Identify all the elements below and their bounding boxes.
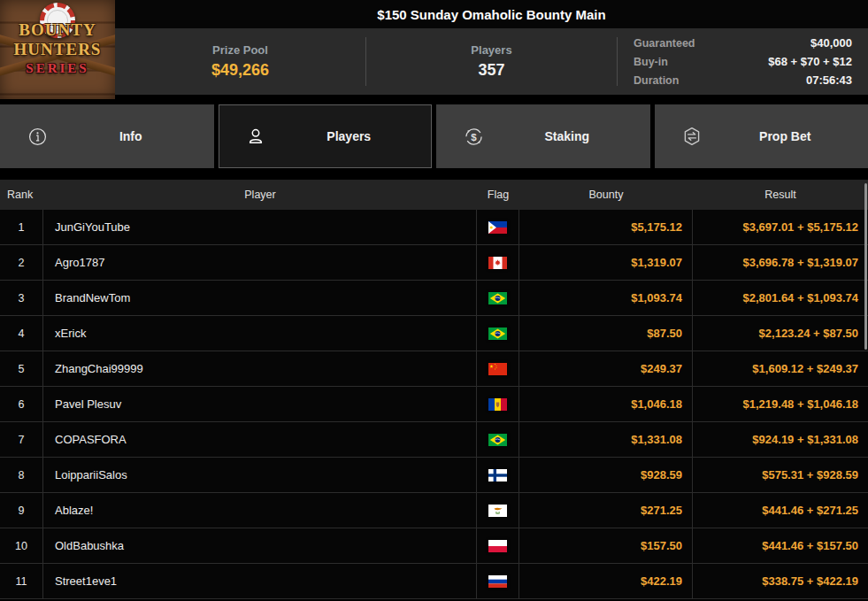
table-scrollbar-thumb[interactable] xyxy=(864,183,867,350)
column-header-bounty: Bounty xyxy=(519,189,693,201)
result-value: $3,696.78 + $1,319.07 xyxy=(693,245,868,280)
flag-cell xyxy=(477,210,519,244)
bounty-value: $1,331.08 xyxy=(519,422,693,457)
tab-staking-label: Staking xyxy=(484,129,650,143)
rank-cell: 10 xyxy=(0,528,43,563)
buyin-value: $68 + $70 + $12 xyxy=(768,54,852,70)
tournament-details: Guaranteed $40,000 Buy-in $68 + $70 + $1… xyxy=(618,28,868,95)
tab-staking[interactable]: $ Staking xyxy=(436,104,650,168)
player-name: Agro1787 xyxy=(43,245,477,280)
bounty-value: $157.50 xyxy=(519,528,693,563)
table-row[interactable]: 5ZhangChai99999$249.37$1,609.12 + $249.3… xyxy=(0,351,868,387)
flag-icon-br xyxy=(488,434,507,446)
bounty-value: $928.59 xyxy=(519,458,693,492)
tab-propbet-label: Prop Bet xyxy=(703,129,868,143)
player-name: LoippariiSalos xyxy=(43,458,477,492)
rank-cell: 1 xyxy=(0,210,43,244)
table-row[interactable]: 9Ablaze!$271.25$441.46 + $271.25 xyxy=(0,493,868,528)
rank-cell: 4 xyxy=(0,316,43,351)
table-row[interactable]: 2Agro1787$1,319.07$3,696.78 + $1,319.07 xyxy=(0,245,868,281)
table-row[interactable]: 11Street1eve1$422.19$338.75 + $422.19 xyxy=(0,564,868,599)
tab-players[interactable]: Players xyxy=(219,104,433,168)
bounty-value: $249.37 xyxy=(519,351,693,386)
tab-propbet[interactable]: Prop Bet xyxy=(655,104,868,168)
table-row[interactable]: 7COPASFORA$1,331.08$924.19 + $1,331.08 xyxy=(0,422,868,458)
tab-info[interactable]: Info xyxy=(0,104,214,168)
flag-cell xyxy=(477,564,519,598)
flag-cell xyxy=(477,493,519,528)
bounty-value: $1,046.18 xyxy=(519,387,693,421)
table-row[interactable]: 10OldBabushka$157.50$441.46 + $157.50 xyxy=(0,528,868,564)
tab-players-label: Players xyxy=(266,129,433,143)
player-name: Ablaze! xyxy=(43,493,477,528)
result-value: $575.31 + $928.59 xyxy=(693,458,868,492)
table-row[interactable]: 6Pavel Plesuv$1,046.18$1,219.48 + $1,046… xyxy=(0,387,868,422)
result-value: $1,219.48 + $1,046.18 xyxy=(693,387,868,421)
flag-cell xyxy=(477,422,519,457)
table-row[interactable]: 1JunGiYouTube$5,175.12$3,697.01 + $5,175… xyxy=(0,210,868,245)
flag-cell xyxy=(477,458,519,492)
result-value: $441.46 + $271.25 xyxy=(693,493,868,528)
flag-cell xyxy=(477,351,519,386)
logo-word-bounty: BOUNTY xyxy=(0,20,115,40)
column-header-flag: Flag xyxy=(477,189,519,201)
player-name: OldBabushka xyxy=(43,528,477,563)
column-header-rank: Rank xyxy=(0,189,43,201)
result-value: $1,609.12 + $249.37 xyxy=(693,351,868,386)
title-bar: $150 Sunday Omaholic Bounty Main xyxy=(0,0,868,28)
bounty-hunters-logo: BOUNTY HUNTERS SERIES xyxy=(0,0,115,99)
flag-icon-cn xyxy=(488,363,507,375)
flag-icon-ca xyxy=(488,257,507,269)
bounty-value: $1,093.74 xyxy=(519,281,693,315)
player-name: xErick xyxy=(43,316,477,351)
svg-text:$: $ xyxy=(471,131,477,142)
player-name: COPASFORA xyxy=(43,422,477,457)
flag-cell xyxy=(477,387,519,421)
prize-pool-value: $49,266 xyxy=(211,61,269,80)
buyin-label: Buy-in xyxy=(634,54,668,70)
table-row[interactable]: 8LoippariiSalos$928.59$575.31 + $928.59 xyxy=(0,458,868,493)
table-body: 1JunGiYouTube$5,175.12$3,697.01 + $5,175… xyxy=(0,210,868,599)
bounty-value: $422.19 xyxy=(519,564,693,598)
player-name: Pavel Plesuv xyxy=(43,387,477,421)
rank-cell: 11 xyxy=(0,564,43,598)
prize-pool-block: Prize Pool $49,266 xyxy=(115,28,365,95)
flag-cell xyxy=(477,281,519,315)
rank-cell: 6 xyxy=(0,387,43,421)
tab-bar: Info Players $ Staking xyxy=(0,104,868,168)
info-icon xyxy=(27,126,48,147)
players-table: Rank Player Flag Bounty Result 1JunGiYou… xyxy=(0,180,868,599)
rank-cell: 8 xyxy=(0,458,43,492)
bounty-value: $1,319.07 xyxy=(519,245,693,280)
guaranteed-value: $40,000 xyxy=(810,35,852,51)
detail-row-buyin: Buy-in $68 + $70 + $12 xyxy=(634,54,852,70)
table-header: Rank Player Flag Bounty Result xyxy=(0,180,868,210)
flag-icon-md xyxy=(488,398,507,411)
flag-icon-br xyxy=(488,327,507,340)
flag-cell xyxy=(477,245,519,280)
table-row[interactable]: 4xErick$87.50$2,123.24 + $87.50 xyxy=(0,316,868,351)
player-name: Street1eve1 xyxy=(43,564,477,598)
detail-row-duration: Duration 07:56:43 xyxy=(634,73,852,89)
logo-word-hunters: HUNTERS xyxy=(0,40,115,59)
players-label: Players xyxy=(471,43,511,57)
result-value: $338.75 + $422.19 xyxy=(693,564,868,598)
flag-icon-ph xyxy=(488,221,507,234)
result-value: $3,697.01 + $5,175.12 xyxy=(693,210,868,244)
logo-word-series: SERIES xyxy=(0,59,115,78)
column-header-result: Result xyxy=(693,189,868,201)
player-name: JunGiYouTube xyxy=(43,210,477,244)
result-value: $924.19 + $1,331.08 xyxy=(693,422,868,457)
prize-pool-label: Prize Pool xyxy=(212,43,268,57)
bounty-value: $271.25 xyxy=(519,493,693,528)
tournament-title: $150 Sunday Omaholic Bounty Main xyxy=(115,7,868,22)
player-name: BrandNewTom xyxy=(43,281,477,315)
stats-panel: Prize Pool $49,266 Players 357 Guarantee… xyxy=(115,28,868,95)
person-icon xyxy=(245,126,266,147)
flag-icon-cy xyxy=(488,505,507,517)
bounty-value: $5,175.12 xyxy=(519,210,693,244)
detail-row-guaranteed: Guaranteed $40,000 xyxy=(634,35,852,51)
flag-icon-ru xyxy=(488,575,507,588)
table-row[interactable]: 3BrandNewTom$1,093.74$2,801.64 + $1,093.… xyxy=(0,281,868,316)
result-value: $2,801.64 + $1,093.74 xyxy=(693,281,868,315)
